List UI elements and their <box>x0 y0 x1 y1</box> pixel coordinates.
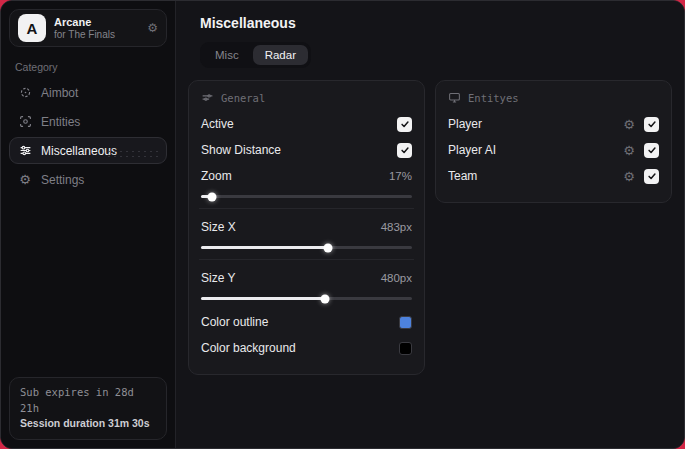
entity-label: Player AI <box>448 143 496 157</box>
gear-icon: ⚙ <box>18 173 32 187</box>
sidebar-item-label: Entities <box>41 115 80 129</box>
sidebar: A Arcane for The Finals ⚙ Category Aimbo… <box>1 1 176 448</box>
zoom-slider-thumb[interactable] <box>207 192 216 201</box>
player-gear-icon[interactable]: ⚙ <box>623 117 635 132</box>
size-x-value: 483px <box>381 221 412 233</box>
color-background-swatch[interactable] <box>399 342 412 355</box>
size-x-slider-thumb[interactable] <box>323 243 332 252</box>
entity-controls: ⚙ <box>623 143 659 158</box>
panels-row: General Active Show Distance Zoom <box>188 80 674 375</box>
brand-gear-icon[interactable]: ⚙ <box>147 21 158 35</box>
slider-row-zoom: Zoom 17% <box>201 164 412 188</box>
zoom-slider[interactable] <box>201 195 412 198</box>
entities-panel-title: Entityes <box>468 92 519 104</box>
sidebar-item-label: Aimbot <box>41 86 78 100</box>
sidebar-item-miscellaneous[interactable]: Miscellaneous <box>9 137 167 164</box>
window-sliders-icon <box>201 91 214 104</box>
general-panel-header: General <box>201 91 412 104</box>
slider-label: Size X <box>201 220 236 234</box>
sidebar-item-label: Settings <box>41 173 84 187</box>
sidebar-nav: Aimbot Entities <box>9 79 167 193</box>
team-checkbox[interactable] <box>644 169 659 184</box>
toggle-row-active: Active <box>201 112 412 136</box>
brand-logo: A <box>18 14 46 42</box>
general-panel-title: General <box>221 92 265 104</box>
sliders-icon <box>18 144 32 158</box>
color-outline-swatch[interactable] <box>399 316 412 329</box>
tab-misc[interactable]: Misc <box>203 45 251 65</box>
entity-row-player: Player ⚙ <box>448 112 659 136</box>
slider-fill <box>201 246 328 249</box>
sub-expiry-text: Sub expires in 28d 21h <box>20 385 156 417</box>
size-y-value: 480px <box>381 272 412 284</box>
check-icon <box>400 119 410 129</box>
app-window: A Arcane for The Finals ⚙ Category Aimbo… <box>0 0 685 449</box>
player-checkbox[interactable] <box>644 117 659 132</box>
main-content: Miscellaneous Misc Radar General Active <box>176 1 684 448</box>
check-icon <box>647 119 657 129</box>
player-ai-checkbox[interactable] <box>644 143 659 158</box>
slider-fill <box>201 297 325 300</box>
zoom-value: 17% <box>389 170 412 182</box>
entity-controls: ⚙ <box>623 117 659 132</box>
tab-bar: Misc Radar <box>200 42 311 68</box>
toggle-row-show-distance: Show Distance <box>201 138 412 162</box>
divider <box>199 208 414 209</box>
size-y-slider-thumb[interactable] <box>321 294 330 303</box>
crosshair-icon <box>18 86 32 100</box>
category-label: Category <box>15 61 167 73</box>
sidebar-item-settings[interactable]: ⚙ Settings <box>9 166 167 193</box>
show-distance-checkbox[interactable] <box>397 143 412 158</box>
entities-panel-header: Entityes <box>448 91 659 104</box>
color-row-background: Color background <box>201 336 412 360</box>
entity-row-player-ai: Player AI ⚙ <box>448 138 659 162</box>
color-label: Color outline <box>201 315 268 329</box>
scan-icon <box>18 115 32 129</box>
slider-label: Zoom <box>201 169 232 183</box>
size-y-slider[interactable] <box>201 297 412 300</box>
entities-panel: Entityes Player ⚙ Player AI ⚙ <box>435 80 672 203</box>
entity-row-team: Team ⚙ <box>448 164 659 188</box>
monitor-icon <box>448 91 461 104</box>
color-row-outline: Color outline <box>201 310 412 334</box>
entity-controls: ⚙ <box>623 169 659 184</box>
toggle-label: Active <box>201 117 234 131</box>
slider-row-size-y: Size Y 480px <box>201 266 412 290</box>
tab-radar[interactable]: Radar <box>253 45 308 65</box>
size-x-slider[interactable] <box>201 246 412 249</box>
team-gear-icon[interactable]: ⚙ <box>623 169 635 184</box>
general-panel: General Active Show Distance Zoom <box>188 80 425 375</box>
brand-subtitle: for The Finals <box>54 29 139 41</box>
entity-label: Team <box>448 169 477 183</box>
brand-text: Arcane for The Finals <box>54 16 139 40</box>
divider <box>199 259 414 260</box>
session-duration-text: Session duration 31m 30s <box>20 416 156 432</box>
sidebar-spacer <box>9 193 167 377</box>
sidebar-item-entities[interactable]: Entities <box>9 108 167 135</box>
player-ai-gear-icon[interactable]: ⚙ <box>623 143 635 158</box>
brand-card: A Arcane for The Finals ⚙ <box>9 9 167 47</box>
slider-label: Size Y <box>201 271 235 285</box>
brand-title: Arcane <box>54 16 139 29</box>
slider-row-size-x: Size X 483px <box>201 215 412 239</box>
check-icon <box>647 145 657 155</box>
check-icon <box>400 145 410 155</box>
toggle-label: Show Distance <box>201 143 281 157</box>
sidebar-item-aimbot[interactable]: Aimbot <box>9 79 167 106</box>
subscription-card: Sub expires in 28d 21h Session duration … <box>9 377 167 440</box>
active-checkbox[interactable] <box>397 117 412 132</box>
dots-decoration <box>106 149 158 159</box>
check-icon <box>647 171 657 181</box>
entity-label: Player <box>448 117 482 131</box>
color-label: Color background <box>201 341 296 355</box>
page-title: Miscellaneous <box>200 15 674 31</box>
